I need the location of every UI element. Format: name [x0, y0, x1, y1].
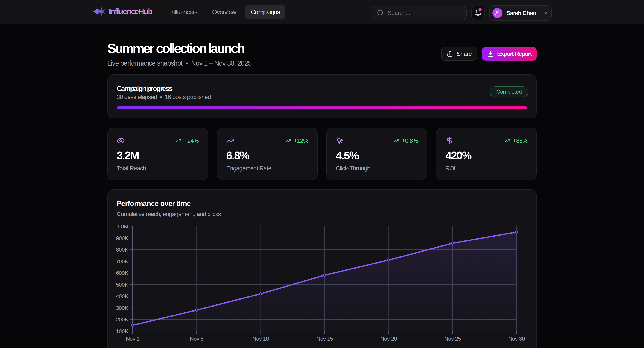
- svg-text:Nov 25: Nov 25: [444, 336, 461, 342]
- svg-text:500K: 500K: [116, 282, 128, 288]
- svg-text:300K: 300K: [116, 305, 128, 311]
- svg-text:900K: 900K: [116, 235, 128, 241]
- svg-text:Nov 1: Nov 1: [126, 336, 140, 342]
- svg-text:800K: 800K: [116, 247, 128, 253]
- svg-text:1.0M: 1.0M: [116, 223, 128, 229]
- svg-text:100K: 100K: [116, 328, 128, 334]
- svg-text:400K: 400K: [116, 293, 128, 299]
- svg-text:Nov 20: Nov 20: [380, 336, 397, 342]
- svg-text:700K: 700K: [116, 258, 128, 264]
- svg-text:Nov 30: Nov 30: [508, 336, 525, 342]
- svg-text:Nov 15: Nov 15: [316, 336, 333, 342]
- svg-text:Nov 5: Nov 5: [190, 336, 204, 342]
- svg-text:Nov 10: Nov 10: [252, 336, 269, 342]
- svg-text:200K: 200K: [116, 316, 128, 323]
- svg-text:600K: 600K: [116, 270, 128, 276]
